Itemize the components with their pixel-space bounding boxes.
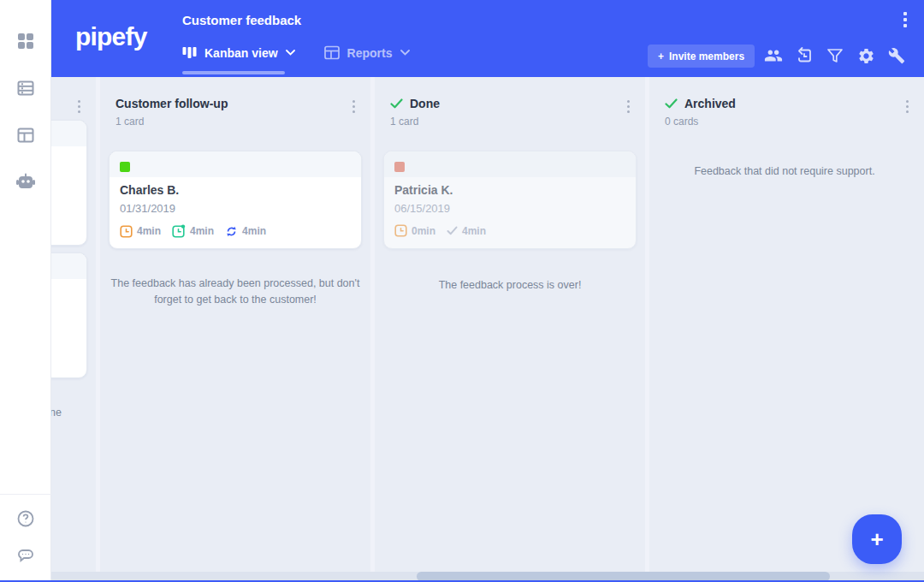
- settings-gear-icon[interactable]: [856, 46, 875, 65]
- done-check-icon: [665, 98, 678, 109]
- kanban-board: one Customer follow-up 1 card Charles B.…: [51, 77, 924, 582]
- tab-reports-label: Reports: [347, 46, 393, 60]
- card-due-date: 06/15/2019: [394, 202, 625, 215]
- tab-kanban-view[interactable]: Kanban view: [182, 46, 295, 60]
- pipe-title: Customer feedback: [182, 13, 301, 27]
- kanban-card-partial[interactable]: [51, 120, 87, 246]
- column-menu-kebab-icon[interactable]: [74, 100, 84, 119]
- column-title: Done: [410, 97, 440, 110]
- cycle-arrows-blue-icon: [225, 225, 238, 238]
- column-helper-text: Feedback that did not require support.: [658, 162, 911, 182]
- kanban-card-charles[interactable]: Charles B. 01/31/2019 4min: [109, 151, 362, 249]
- feedback-chat-icon[interactable]: [0, 537, 51, 575]
- done-check-icon: [390, 98, 403, 109]
- kanban-column-archived: Archived 0 cards Feedback that did not r…: [649, 77, 924, 582]
- chevron-down-icon: [400, 50, 410, 56]
- more-options-kebab-icon[interactable]: [897, 12, 913, 29]
- time-badge: 4min: [225, 225, 266, 238]
- help-icon[interactable]: [0, 500, 51, 537]
- time-badge: 4min: [172, 224, 214, 238]
- reports-layout-icon[interactable]: [0, 116, 51, 154]
- kanban-view-icon: [182, 46, 197, 59]
- time-badge: 4min: [120, 225, 161, 238]
- column-card-count: 1 card: [116, 116, 358, 128]
- kanban-card-patricia[interactable]: Patricia K. 06/15/2019 0min: [383, 151, 637, 249]
- reports-icon: [324, 45, 340, 60]
- database-icon[interactable]: [0, 69, 51, 107]
- clock-box-orange-icon: [120, 225, 133, 238]
- column-menu-kebab-icon[interactable]: [623, 100, 633, 119]
- invite-members-button[interactable]: + Invite members: [648, 45, 755, 68]
- column-helper-text-partial: one: [51, 407, 87, 419]
- view-tabs: Kanban view Reports: [182, 45, 410, 60]
- card-label-green: [120, 162, 130, 172]
- card-title: Patricia K.: [394, 183, 625, 197]
- column-card-count: 0 cards: [665, 116, 912, 128]
- tab-reports[interactable]: Reports: [324, 45, 410, 60]
- pipefy-logo[interactable]: pipefy: [75, 22, 147, 51]
- chevron-down-icon: [286, 50, 295, 56]
- column-card-count: 1 card: [390, 116, 633, 128]
- column-helper-text: The feedback process is over!: [383, 276, 637, 296]
- plus-icon: +: [658, 50, 664, 62]
- kanban-column-partial: one: [51, 77, 96, 582]
- kanban-card-partial[interactable]: [51, 252, 87, 378]
- check-gray-icon: [447, 226, 458, 235]
- kanban-column-customer-follow-up: Customer follow-up 1 card Charles B. 01/…: [100, 77, 370, 582]
- column-title: Customer follow-up: [116, 97, 228, 110]
- card-label-red: [394, 162, 405, 172]
- time-badge: 4min: [447, 225, 486, 237]
- column-menu-kebab-icon[interactable]: [348, 100, 358, 119]
- apps-grid-icon[interactable]: [0, 22, 51, 60]
- app-sidebar: [0, 0, 51, 582]
- active-tab-indicator: [182, 71, 285, 74]
- time-badge: 0min: [394, 224, 435, 237]
- tab-kanban-label: Kanban view: [204, 46, 278, 60]
- admin-wrench-icon[interactable]: [887, 46, 906, 65]
- clock-box-green-dot-icon: [172, 224, 186, 238]
- card-title: Charles B.: [120, 183, 351, 197]
- members-icon[interactable]: [764, 46, 783, 65]
- kanban-column-done: Done 1 card Patricia K. 06/15/2019: [375, 77, 645, 582]
- card-due-date: 01/31/2019: [120, 202, 351, 215]
- create-card-button[interactable]: +: [852, 514, 902, 564]
- column-helper-text: The feedback has already been processed,…: [109, 276, 362, 309]
- column-menu-kebab-icon[interactable]: [902, 100, 912, 119]
- clock-box-orange-icon: [394, 224, 407, 237]
- column-title: Archived: [684, 97, 736, 110]
- filter-icon[interactable]: [826, 46, 844, 65]
- automation-robot-icon[interactable]: [0, 163, 51, 201]
- pipe-header: pipefy Customer feedback Kanban view: [51, 0, 924, 77]
- automation-import-icon[interactable]: [795, 46, 814, 65]
